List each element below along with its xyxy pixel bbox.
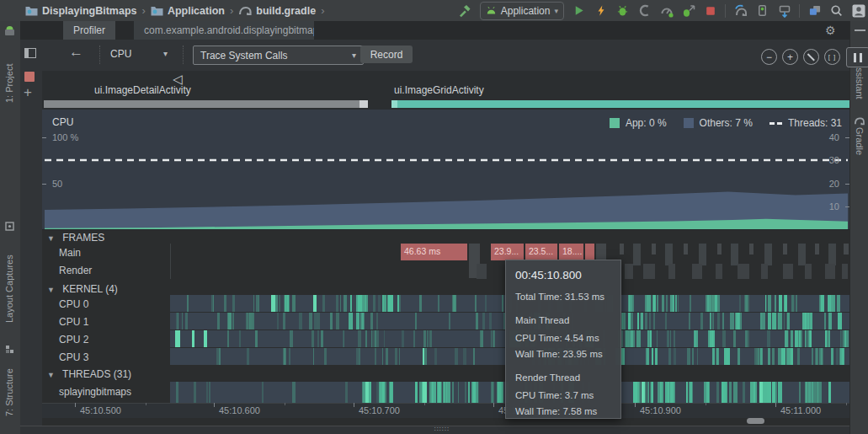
android-icon bbox=[486, 6, 497, 15]
sidebar-item-structure[interactable]: 7: Structure bbox=[4, 356, 14, 416]
activity-bar-detail[interactable] bbox=[44, 100, 368, 108]
kernel-row-label: CPU 0 bbox=[59, 298, 88, 310]
pause-live-button[interactable] bbox=[846, 47, 868, 67]
kernel-row-label: CPU 2 bbox=[59, 334, 88, 346]
hide-tool-window-icon[interactable] bbox=[855, 29, 865, 31]
stop-icon[interactable] bbox=[703, 3, 717, 18]
zoom-to-selection-icon[interactable]: [ ] bbox=[824, 49, 840, 65]
frame-bar-main bbox=[731, 244, 738, 265]
zoom-in-icon[interactable]: + bbox=[782, 49, 798, 65]
project-structure-icon[interactable] bbox=[807, 3, 822, 18]
frames-section-header[interactable]: ▼ FRAMES bbox=[47, 232, 104, 244]
kernel-row-label: CPU 1 bbox=[59, 316, 88, 328]
record-marker-icon[interactable] bbox=[24, 72, 35, 82]
chevron-down-icon: ▾ bbox=[554, 7, 558, 15]
frame-bar-main bbox=[665, 244, 673, 265]
record-button[interactable]: Record bbox=[360, 46, 413, 63]
layout-captures-icon bbox=[5, 222, 14, 231]
collapse-caret-icon: ▼ bbox=[47, 286, 55, 294]
legend-others: Others: 7 % bbox=[684, 117, 753, 129]
run-toolbar: Application ▾ bbox=[458, 0, 865, 21]
axis-tick bbox=[845, 137, 849, 138]
window-mode-icon[interactable] bbox=[24, 48, 36, 58]
tooltip-line: CPU Time: 4.54 ms bbox=[515, 332, 611, 344]
sidebar-item-assistant[interactable]: Assistant bbox=[855, 62, 865, 114]
project-tool-icon bbox=[4, 25, 15, 36]
search-everywhere-icon[interactable] bbox=[829, 3, 844, 18]
zoom-out-icon[interactable]: − bbox=[761, 49, 777, 65]
frame-bar-main: 23.9... bbox=[491, 244, 524, 260]
frame-bar-main bbox=[469, 244, 480, 278]
user-avatar[interactable] bbox=[851, 3, 865, 18]
add-icon[interactable]: + bbox=[24, 84, 32, 101]
legend-threads: Threads: 31 bbox=[769, 117, 842, 129]
tab-session[interactable]: com.example.android.displayingbitmaps (G… bbox=[134, 21, 314, 40]
thread-row-label: splayingbitmaps bbox=[59, 386, 131, 398]
frame-bar-render bbox=[692, 264, 702, 279]
attach-debugger-icon[interactable] bbox=[681, 3, 695, 18]
frame-bar-render bbox=[761, 264, 768, 279]
frames-row-main-label: Main bbox=[59, 247, 81, 259]
breadcrumb-module[interactable]: Application bbox=[151, 5, 225, 17]
coverage-icon[interactable] bbox=[637, 3, 652, 18]
breadcrumb: DisplayingBitmaps › Application › build.… bbox=[0, 4, 326, 17]
breadcrumb-separator: › bbox=[228, 4, 235, 17]
bottom-splitter[interactable]: ∷∷∷ bbox=[20, 426, 849, 434]
monitor-selector[interactable]: CPU bbox=[110, 48, 131, 60]
profiler-icon[interactable] bbox=[659, 3, 674, 18]
profiler-toolbar: ← CPU ▾ Trace System Calls ▾ Record − + … bbox=[20, 40, 849, 72]
chart-legend: App: 0 % Others: 7 % Threads: 31 bbox=[610, 117, 842, 129]
folder-icon bbox=[151, 5, 163, 16]
frame-bar-main bbox=[652, 244, 656, 255]
frame-bar-main: 18.... bbox=[559, 244, 583, 260]
frame-bar-main bbox=[815, 244, 819, 255]
tooltip-timestamp: 00:45:10.800 bbox=[515, 269, 611, 283]
debug-icon[interactable] bbox=[615, 3, 630, 18]
activity-label-detail: ui.ImageDetailActivity bbox=[94, 84, 191, 96]
axis-label: 10 bbox=[829, 201, 839, 212]
frame-tooltip: 00:45:10.800 Total Time: 31.53 ms Main T… bbox=[505, 260, 621, 419]
axis-label: 20 bbox=[829, 179, 839, 189]
apply-changes-icon[interactable] bbox=[594, 3, 608, 18]
track-divider bbox=[170, 244, 171, 279]
breadcrumb-project[interactable]: DisplayingBitmaps bbox=[25, 5, 137, 17]
gear-icon[interactable]: ⚙ bbox=[825, 24, 836, 37]
tooltip-total-time: Total Time: 31.53 ms bbox=[515, 291, 611, 303]
cpu-usage-monitor[interactable]: CPU App: 0 % Others: 7 % Threads: 31 100… bbox=[42, 110, 849, 230]
legend-swatch bbox=[610, 118, 620, 128]
frame-bar-render bbox=[783, 264, 793, 279]
frame-bar-main bbox=[798, 244, 806, 265]
frame-bar-main bbox=[828, 244, 836, 265]
trace-type-select[interactable]: Trace System Calls ▾ bbox=[193, 46, 364, 65]
gradle-sync-icon[interactable] bbox=[733, 3, 748, 18]
axis-tick bbox=[845, 184, 849, 185]
sdk-manager-icon[interactable] bbox=[777, 3, 791, 18]
kernel-section-header[interactable]: ▼ KERNEL (4) bbox=[47, 283, 118, 295]
frame-bar-main bbox=[633, 244, 641, 265]
axis-tick bbox=[42, 137, 46, 138]
frame-bar-render bbox=[738, 264, 749, 279]
frame-bar-main bbox=[749, 244, 754, 255]
tool-window-tabbar: Profiler com.example.android.displayingb… bbox=[20, 21, 849, 40]
axis-label: 40 bbox=[829, 132, 839, 142]
device-manager-icon[interactable] bbox=[755, 3, 769, 18]
frame-bar-render bbox=[842, 264, 848, 279]
run-config-select[interactable]: Application ▾ bbox=[480, 2, 564, 20]
threads-section-header[interactable]: ▼ THREADS (31) bbox=[47, 368, 131, 380]
sidebar-item-gradle[interactable]: Gradle bbox=[855, 127, 865, 166]
tab-profiler[interactable]: Profiler bbox=[63, 21, 115, 40]
frame-bar-main bbox=[764, 244, 772, 265]
back-arrow-icon[interactable]: ← bbox=[69, 44, 83, 61]
sidebar-item-layout-captures[interactable]: Layout Captures bbox=[4, 233, 14, 323]
breadcrumb-file[interactable]: build.gradle bbox=[238, 5, 316, 17]
axis-label: 100 % bbox=[52, 132, 78, 142]
reset-zoom-icon[interactable] bbox=[803, 49, 819, 65]
frame-bar-render bbox=[477, 264, 487, 279]
horizontal-scrollbar-thumb[interactable] bbox=[747, 418, 764, 424]
legend-swatch bbox=[684, 118, 694, 128]
build-hammer-icon[interactable] bbox=[458, 3, 472, 18]
run-icon[interactable] bbox=[572, 3, 586, 18]
sidebar-item-project[interactable]: 1: Project bbox=[4, 37, 14, 103]
android-studio-window: DisplayingBitmaps › Application › build.… bbox=[0, 0, 868, 434]
activity-bar-grid[interactable] bbox=[391, 100, 849, 108]
